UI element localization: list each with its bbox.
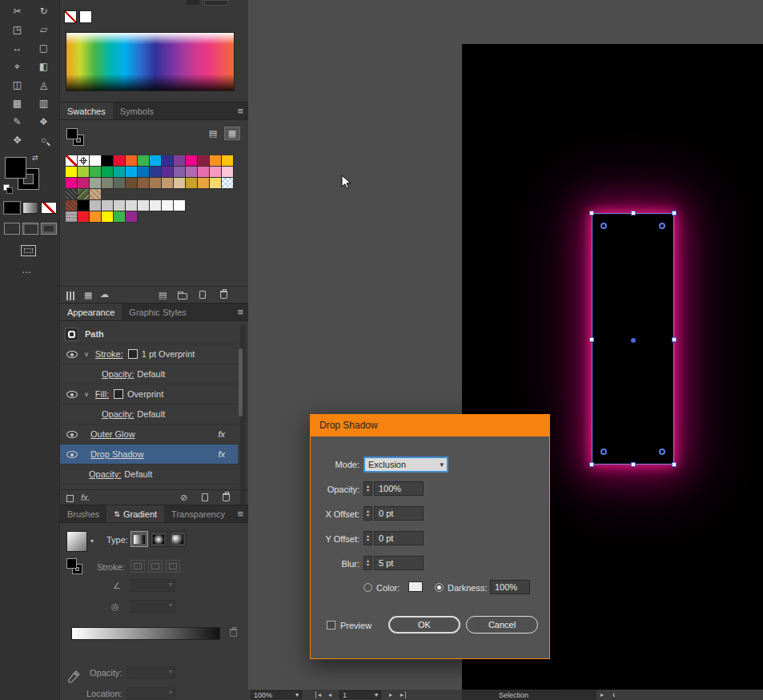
swatch[interactable]: [78, 167, 90, 178]
swatch[interactable]: [210, 178, 222, 189]
eyedropper-icon[interactable]: [68, 670, 80, 683]
visibility-eye-icon[interactable]: [66, 351, 78, 358]
visibility-eye-icon[interactable]: [66, 431, 78, 438]
free-transform-tool[interactable]: ▢: [30, 38, 57, 57]
artboard-navigation-select[interactable]: 1 ▾: [339, 690, 381, 699]
cloud-icon[interactable]: ☁: [100, 289, 109, 300]
status-display[interactable]: Selection: [462, 690, 596, 700]
grid-view-icon[interactable]: ▦: [224, 127, 240, 140]
swap-fill-stroke-icon[interactable]: ⇄: [32, 154, 38, 162]
chevron-expand-icon[interactable]: ∨: [84, 351, 89, 358]
stepper-down-icon[interactable]: ▾: [367, 563, 369, 567]
list-view-icon[interactable]: ▤: [205, 127, 221, 140]
perspective-selection-tool[interactable]: ◬: [30, 75, 57, 94]
chevron-down-icon[interactable]: ▾: [90, 537, 94, 545]
gradient-tool[interactable]: ▥: [30, 94, 57, 112]
x-offset-input[interactable]: 0 pt: [374, 506, 424, 521]
stepper-down-icon[interactable]: ▾: [367, 513, 369, 517]
perspective-grid-tool[interactable]: ◫: [4, 75, 30, 94]
appearance-row-outer-glow[interactable]: Outer Glow fx: [60, 424, 238, 445]
gradient-slider[interactable]: [71, 627, 220, 640]
list-options-icon[interactable]: ▤: [159, 290, 167, 300]
swatch-registration[interactable]: [78, 155, 90, 167]
color-button[interactable]: [4, 202, 20, 214]
selection-handle[interactable]: [589, 211, 594, 215]
swatch[interactable]: [162, 178, 174, 189]
swatch[interactable]: [198, 167, 210, 178]
swatch[interactable]: [90, 178, 102, 189]
swatch[interactable]: [102, 200, 114, 211]
swatch[interactable]: [90, 200, 102, 211]
selection-handle[interactable]: [589, 337, 594, 342]
opacity-link[interactable]: Opacity:: [102, 369, 134, 379]
fx-badge[interactable]: fx: [218, 449, 225, 459]
swatch[interactable]: [114, 211, 126, 223]
preview-checkbox[interactable]: [327, 621, 335, 630]
first-artboard-button[interactable]: ◂: [315, 691, 321, 698]
radial-gradient-button[interactable]: [150, 531, 167, 547]
scrollbar[interactable]: [240, 324, 246, 505]
aspect-dropdown[interactable]: ▾: [131, 600, 175, 613]
swatch[interactable]: [198, 178, 210, 189]
opacity-link[interactable]: Opacity:: [102, 409, 134, 419]
color-radio[interactable]: [363, 583, 372, 592]
swatch-libraries-icon[interactable]: [66, 292, 77, 302]
appearance-row-fill[interactable]: ∨ Fill: Overprint: [60, 384, 238, 404]
add-effect-icon[interactable]: fx.: [81, 493, 90, 502]
swatch[interactable]: [90, 155, 102, 167]
ok-button[interactable]: OK: [388, 616, 460, 634]
draw-inside-button[interactable]: [41, 223, 57, 235]
swatch[interactable]: [186, 155, 198, 167]
swatch[interactable]: [138, 167, 150, 178]
swatch[interactable]: [174, 200, 186, 211]
selection-handle[interactable]: [672, 337, 677, 342]
blur-input[interactable]: 5 pt: [374, 556, 424, 570]
last-artboard-button[interactable]: ▸: [400, 691, 406, 698]
swatch[interactable]: [78, 211, 90, 223]
gradient-button[interactable]: [22, 202, 38, 214]
screen-mode-button[interactable]: [21, 245, 36, 256]
stroke-color-swatch[interactable]: [128, 349, 138, 359]
swatch[interactable]: [174, 155, 186, 167]
y-offset-stepper[interactable]: ▴▾: [363, 531, 372, 545]
tab-symbols[interactable]: Symbols: [113, 103, 161, 119]
visibility-eye-icon[interactable]: [66, 451, 78, 458]
shape-builder-tool[interactable]: ◧: [30, 57, 57, 75]
draw-normal-button[interactable]: [4, 223, 20, 235]
visibility-eye-icon[interactable]: [66, 391, 78, 398]
width-tool[interactable]: ↔: [4, 38, 30, 57]
zoom-tool[interactable]: ○: [30, 131, 57, 149]
default-colors-icon[interactable]: [6, 187, 13, 194]
scrollbar-thumb[interactable]: [239, 348, 243, 416]
swatch-pattern-gray[interactable]: [66, 211, 78, 223]
next-artboard-button[interactable]: ▸: [389, 691, 392, 698]
swatch[interactable]: [102, 155, 114, 167]
appearance-row-path[interactable]: Path: [60, 324, 238, 344]
swatch[interactable]: [126, 200, 138, 211]
swatch[interactable]: [78, 178, 90, 189]
cancel-button[interactable]: Cancel: [466, 616, 538, 634]
swatch-pattern-camo[interactable]: [78, 189, 90, 200]
scissors-tool[interactable]: ✂: [4, 2, 30, 20]
eyedropper-tool[interactable]: ✎: [4, 112, 30, 131]
tab-graphic-styles[interactable]: Graphic Styles: [122, 304, 194, 320]
swatch[interactable]: [150, 167, 162, 178]
swatch[interactable]: [126, 211, 138, 223]
dialog-titlebar[interactable]: Drop Shadow: [310, 414, 550, 436]
swatch[interactable]: [198, 155, 210, 167]
fill-value[interactable]: Overprint: [127, 389, 163, 399]
swatch[interactable]: [174, 178, 186, 189]
swatch-checker[interactable]: [222, 178, 234, 189]
swatch[interactable]: [174, 167, 186, 178]
hand-tool[interactable]: ✥: [4, 131, 30, 149]
scale-tool[interactable]: ◳: [4, 20, 30, 38]
swatch-pattern-rust[interactable]: [66, 200, 78, 211]
swatch[interactable]: [66, 167, 78, 178]
location-dropdown[interactable]: ▾: [127, 687, 175, 699]
swatch[interactable]: [138, 155, 150, 167]
new-stroke-icon[interactable]: [66, 494, 74, 504]
y-offset-input[interactable]: 0 pt: [374, 531, 424, 545]
edit-toolbar-icon[interactable]: …: [22, 264, 33, 276]
center-point[interactable]: [631, 338, 636, 343]
swatch[interactable]: [126, 155, 138, 167]
